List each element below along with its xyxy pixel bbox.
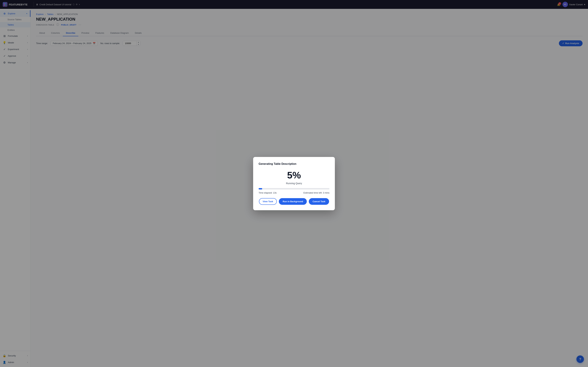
progress-status: Running Query	[259, 182, 329, 185]
progress-percent: 5%	[259, 169, 329, 181]
progress-times: Time elapsed: 13s Estimated time left: 3…	[259, 192, 329, 194]
modal-overlay: Generating Table Description 5% Running …	[0, 0, 588, 367]
progress-bar-fill	[259, 188, 262, 190]
cancel-task-button[interactable]: Cancel Task	[309, 198, 329, 205]
view-task-button[interactable]: View Task	[259, 198, 277, 205]
progress-modal: Generating Table Description 5% Running …	[253, 157, 335, 210]
estimated-time: Estimated time left: 3 mins	[304, 192, 329, 194]
time-elapsed: Time elapsed: 13s	[259, 192, 277, 194]
progress-bar-track	[259, 188, 329, 190]
run-background-button[interactable]: Run in Background	[279, 198, 307, 205]
modal-actions: View Task Run in Background Cancel Task	[259, 198, 329, 205]
modal-title: Generating Table Description	[259, 162, 329, 166]
